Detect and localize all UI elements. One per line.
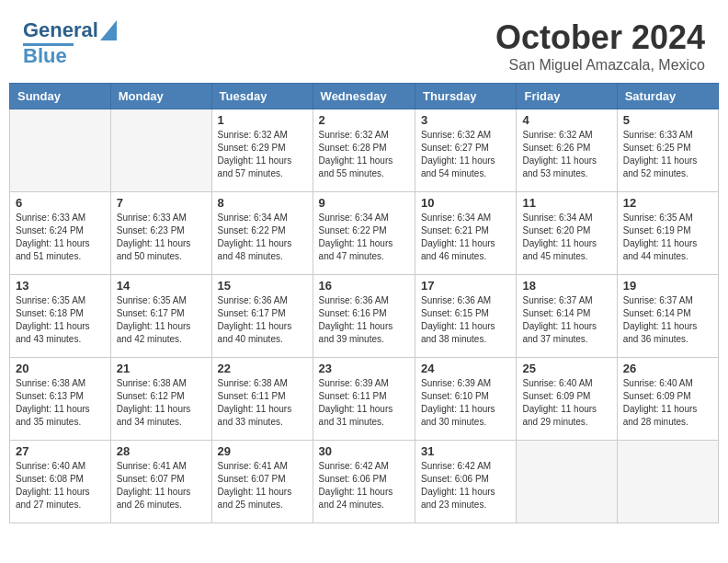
calendar-cell: 1Sunrise: 6:32 AM Sunset: 6:29 PM Daylig… — [211, 109, 313, 192]
calendar-cell: 17Sunrise: 6:36 AM Sunset: 6:15 PM Dayli… — [415, 275, 517, 358]
day-number: 23 — [319, 362, 409, 375]
calendar-cell: 6Sunrise: 6:33 AM Sunset: 6:24 PM Daylig… — [10, 192, 111, 275]
cell-sun-info: Sunrise: 6:34 AM Sunset: 6:22 PM Dayligh… — [218, 212, 307, 263]
calendar-cell: 30Sunrise: 6:42 AM Sunset: 6:06 PM Dayli… — [313, 441, 415, 523]
calendar-cell: 12Sunrise: 6:35 AM Sunset: 6:19 PM Dayli… — [617, 192, 718, 275]
month-title: October 2024 — [495, 18, 705, 57]
cell-sun-info: Sunrise: 6:39 AM Sunset: 6:10 PM Dayligh… — [421, 377, 510, 429]
cell-sun-info: Sunrise: 6:35 AM Sunset: 6:18 PM Dayligh… — [16, 294, 105, 346]
calendar-cell: 5Sunrise: 6:33 AM Sunset: 6:25 PM Daylig… — [617, 109, 718, 192]
weekday-header: Sunday — [10, 84, 111, 109]
calendar-cell: 15Sunrise: 6:36 AM Sunset: 6:17 PM Dayli… — [211, 275, 313, 358]
calendar-cell: 20Sunrise: 6:38 AM Sunset: 6:13 PM Dayli… — [10, 358, 111, 441]
cell-sun-info: Sunrise: 6:39 AM Sunset: 6:11 PM Dayligh… — [319, 377, 409, 429]
calendar-cell: 24Sunrise: 6:39 AM Sunset: 6:10 PM Dayli… — [415, 358, 517, 441]
calendar-cell: 21Sunrise: 6:38 AM Sunset: 6:12 PM Dayli… — [110, 358, 211, 441]
weekday-header: Saturday — [617, 84, 718, 109]
calendar-cell — [517, 441, 617, 523]
day-number: 29 — [218, 444, 307, 458]
logo: General Blue — [23, 18, 117, 68]
calendar-cell: 22Sunrise: 6:38 AM Sunset: 6:11 PM Dayli… — [211, 358, 313, 441]
day-number: 30 — [319, 444, 409, 458]
calendar-cell: 31Sunrise: 6:42 AM Sunset: 6:06 PM Dayli… — [415, 441, 517, 523]
day-number: 2 — [319, 113, 409, 127]
cell-sun-info: Sunrise: 6:42 AM Sunset: 6:06 PM Dayligh… — [421, 460, 510, 511]
day-number: 9 — [319, 196, 409, 210]
cell-sun-info: Sunrise: 6:32 AM Sunset: 6:29 PM Dayligh… — [218, 129, 307, 180]
day-number: 20 — [16, 362, 105, 375]
cell-sun-info: Sunrise: 6:35 AM Sunset: 6:19 PM Dayligh… — [623, 212, 712, 263]
day-number: 10 — [421, 196, 510, 210]
weekday-header: Tuesday — [211, 84, 313, 109]
cell-sun-info: Sunrise: 6:34 AM Sunset: 6:22 PM Dayligh… — [319, 212, 409, 263]
calendar-cell: 13Sunrise: 6:35 AM Sunset: 6:18 PM Dayli… — [10, 275, 111, 358]
calendar-week-row: 20Sunrise: 6:38 AM Sunset: 6:13 PM Dayli… — [10, 358, 719, 441]
calendar-cell: 9Sunrise: 6:34 AM Sunset: 6:22 PM Daylig… — [313, 192, 415, 275]
location: San Miguel Amazcala, Mexico — [495, 57, 705, 74]
cell-sun-info: Sunrise: 6:41 AM Sunset: 6:07 PM Dayligh… — [218, 460, 307, 511]
day-number: 25 — [522, 362, 610, 375]
svg-marker-0 — [100, 20, 117, 40]
logo-blue-text: Blue — [23, 44, 67, 68]
logo-triangle-icon — [100, 20, 117, 40]
day-number: 24 — [421, 362, 510, 375]
calendar-cell: 8Sunrise: 6:34 AM Sunset: 6:22 PM Daylig… — [211, 192, 313, 275]
day-number: 16 — [319, 279, 409, 293]
cell-sun-info: Sunrise: 6:37 AM Sunset: 6:14 PM Dayligh… — [623, 294, 712, 346]
calendar-cell: 26Sunrise: 6:40 AM Sunset: 6:09 PM Dayli… — [617, 358, 718, 441]
calendar-week-row: 13Sunrise: 6:35 AM Sunset: 6:18 PM Dayli… — [10, 275, 719, 358]
calendar-cell: 2Sunrise: 6:32 AM Sunset: 6:28 PM Daylig… — [313, 109, 415, 192]
day-number: 15 — [218, 279, 307, 293]
day-number: 28 — [117, 444, 206, 458]
day-number: 18 — [522, 279, 610, 293]
logo-general-text: General — [23, 18, 98, 42]
calendar-cell: 28Sunrise: 6:41 AM Sunset: 6:07 PM Dayli… — [110, 441, 211, 523]
calendar-week-row: 6Sunrise: 6:33 AM Sunset: 6:24 PM Daylig… — [10, 192, 719, 275]
day-number: 11 — [522, 196, 610, 210]
calendar-cell: 18Sunrise: 6:37 AM Sunset: 6:14 PM Dayli… — [517, 275, 617, 358]
cell-sun-info: Sunrise: 6:36 AM Sunset: 6:15 PM Dayligh… — [421, 294, 510, 346]
day-number: 19 — [623, 279, 712, 293]
weekday-header: Monday — [110, 84, 211, 109]
title-area: October 2024 San Miguel Amazcala, Mexico — [495, 18, 705, 74]
weekday-header: Wednesday — [313, 84, 415, 109]
cell-sun-info: Sunrise: 6:33 AM Sunset: 6:25 PM Dayligh… — [623, 129, 712, 180]
calendar-cell — [617, 441, 718, 523]
calendar-cell: 19Sunrise: 6:37 AM Sunset: 6:14 PM Dayli… — [617, 275, 718, 358]
calendar-cell: 11Sunrise: 6:34 AM Sunset: 6:20 PM Dayli… — [517, 192, 617, 275]
calendar-week-row: 27Sunrise: 6:40 AM Sunset: 6:08 PM Dayli… — [10, 441, 719, 523]
cell-sun-info: Sunrise: 6:38 AM Sunset: 6:11 PM Dayligh… — [218, 377, 307, 429]
day-number: 21 — [117, 362, 206, 375]
day-number: 7 — [117, 196, 206, 210]
day-number: 5 — [623, 113, 712, 127]
day-number: 14 — [117, 279, 206, 293]
cell-sun-info: Sunrise: 6:41 AM Sunset: 6:07 PM Dayligh… — [117, 460, 206, 511]
day-number: 3 — [421, 113, 510, 127]
calendar-cell — [10, 109, 111, 192]
calendar-cell: 7Sunrise: 6:33 AM Sunset: 6:23 PM Daylig… — [110, 192, 211, 275]
day-number: 4 — [522, 113, 610, 127]
calendar-cell: 14Sunrise: 6:35 AM Sunset: 6:17 PM Dayli… — [110, 275, 211, 358]
cell-sun-info: Sunrise: 6:42 AM Sunset: 6:06 PM Dayligh… — [319, 460, 409, 511]
cell-sun-info: Sunrise: 6:38 AM Sunset: 6:13 PM Dayligh… — [16, 377, 105, 429]
cell-sun-info: Sunrise: 6:36 AM Sunset: 6:17 PM Dayligh… — [218, 294, 307, 346]
weekday-header: Thursday — [415, 84, 517, 109]
day-number: 27 — [16, 444, 105, 458]
cell-sun-info: Sunrise: 6:32 AM Sunset: 6:27 PM Dayligh… — [421, 129, 510, 180]
cell-sun-info: Sunrise: 6:33 AM Sunset: 6:23 PM Dayligh… — [117, 212, 206, 263]
weekday-header: Friday — [517, 84, 617, 109]
calendar-header-row: SundayMondayTuesdayWednesdayThursdayFrid… — [10, 84, 719, 109]
cell-sun-info: Sunrise: 6:33 AM Sunset: 6:24 PM Dayligh… — [16, 212, 105, 263]
day-number: 13 — [16, 279, 105, 293]
calendar-cell: 4Sunrise: 6:32 AM Sunset: 6:26 PM Daylig… — [517, 109, 617, 192]
calendar-cell: 23Sunrise: 6:39 AM Sunset: 6:11 PM Dayli… — [313, 358, 415, 441]
calendar-cell: 16Sunrise: 6:36 AM Sunset: 6:16 PM Dayli… — [313, 275, 415, 358]
cell-sun-info: Sunrise: 6:34 AM Sunset: 6:20 PM Dayligh… — [522, 212, 610, 263]
calendar-cell: 25Sunrise: 6:40 AM Sunset: 6:09 PM Dayli… — [517, 358, 617, 441]
calendar-cell — [110, 109, 211, 192]
cell-sun-info: Sunrise: 6:36 AM Sunset: 6:16 PM Dayligh… — [319, 294, 409, 346]
cell-sun-info: Sunrise: 6:32 AM Sunset: 6:26 PM Dayligh… — [522, 129, 610, 180]
cell-sun-info: Sunrise: 6:40 AM Sunset: 6:08 PM Dayligh… — [16, 460, 105, 511]
calendar-cell: 27Sunrise: 6:40 AM Sunset: 6:08 PM Dayli… — [10, 441, 111, 523]
page-header: General Blue October 2024 San Miguel Ama… — [9, 9, 719, 78]
